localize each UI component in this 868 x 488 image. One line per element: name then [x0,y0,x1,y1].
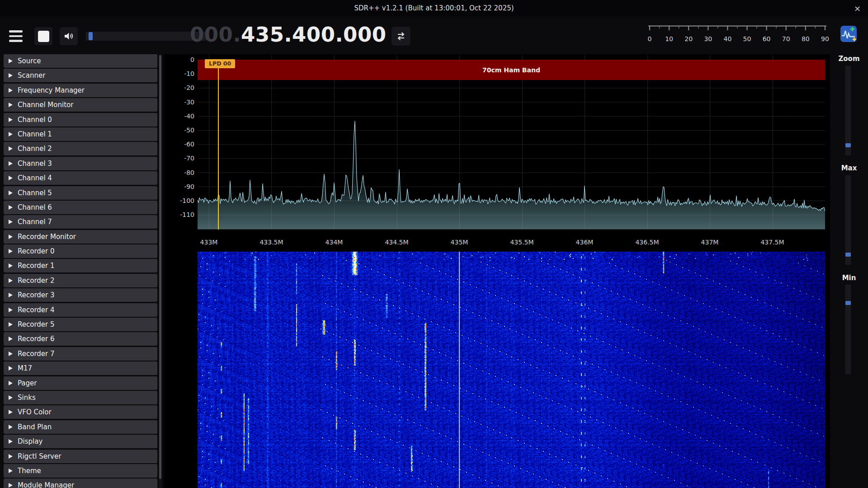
sidebar-item-recorder-monitor[interactable]: Recorder Monitor [4,230,157,244]
stop-icon [38,31,49,42]
sidebar-item-channel-monitor[interactable]: Channel Monitor [4,98,157,112]
sidebar-item-channel-2[interactable]: Channel 2 [4,142,157,155]
snr-scale-label: 90 [818,35,832,42]
vfo-cursor-line[interactable] [218,59,219,230]
freq-tick-label: 436M [564,239,605,246]
carrier-line [459,252,460,488]
sidebar-item-channel-1[interactable]: Channel 1 [4,127,157,141]
sidebar-item-recorder-2[interactable]: Recorder 2 [4,274,157,287]
collapse-arrow-icon [9,425,13,429]
collapse-arrow-icon [9,146,13,151]
collapse-arrow-icon [9,410,13,414]
zoom-label: Zoom [830,55,868,63]
min-slider-handle[interactable] [845,301,851,305]
frequency-main-digits: 435.400.000 [241,23,387,47]
tuning-mode-button[interactable] [392,27,410,46]
collapse-arrow-icon [9,352,13,356]
fft-spectrum-canvas[interactable] [198,55,825,230]
sidebar-item-recorder-0[interactable]: Recorder 0 [4,244,157,258]
sidebar-item-channel-0[interactable]: Channel 0 [4,113,157,127]
sidebar-item-display[interactable]: Display [4,435,157,448]
collapse-arrow-icon [9,263,13,268]
snr-scale-label: 60 [760,35,774,42]
sidebar-item-recorder-4[interactable]: Recorder 4 [4,303,157,317]
sidebar-item-channel-6[interactable]: Channel 6 [4,201,157,214]
db-tick-label: -50 [164,127,194,134]
collapse-arrow-icon [9,381,13,385]
sidebar-item-recorder-3[interactable]: Recorder 3 [4,288,157,302]
titlebar: SDR++ v1.2.1 (Built at 13:00:01, Oct 22 … [0,0,868,16]
collapse-arrow-icon [9,161,13,166]
snr-scale-label: 80 [799,35,812,42]
sidebar-scrollbar[interactable] [159,54,161,488]
band-plan-label: 70cm Ham Band [482,66,540,74]
collapse-arrow-icon [9,308,13,312]
collapse-arrow-icon [9,59,13,63]
vfo-badge[interactable]: LPD 00 [205,59,235,68]
sidebar-item-m17[interactable]: M17 [4,361,157,375]
sidebar-item-recorder-7[interactable]: Recorder 7 [4,347,157,361]
volume-mute-button[interactable] [60,27,78,45]
menu-toggle-button[interactable] [6,26,26,46]
sidebar-item-sinks[interactable]: Sinks [4,391,157,404]
max-slider-handle[interactable] [845,253,851,257]
snr-scale-label: 40 [721,35,734,42]
sidebar-item-module-manager[interactable]: Module Manager [4,479,157,488]
freq-tick-label: 437M [689,239,730,246]
collapse-arrow-icon [9,103,13,107]
collapse-arrow-icon [9,132,13,136]
db-tick-label: -110 [164,211,194,218]
max-label: Max [830,164,868,172]
sidebar-item-band-plan[interactable]: Band Plan [4,420,157,434]
snr-scale-label: 0 [643,35,656,42]
db-tick-label: 0 [164,56,194,63]
sidebar-item-recorder-5[interactable]: Recorder 5 [4,318,157,331]
sidebar-item-channel-4[interactable]: Channel 4 [4,171,157,185]
stop-button[interactable] [34,27,52,45]
zoom-slider-handle[interactable] [845,143,851,147]
snr-scale-label: 30 [701,35,715,42]
collapse-arrow-icon [9,278,13,283]
collapse-arrow-icon [9,88,13,93]
db-tick-label: -70 [164,155,194,162]
freq-tick-label: 433M [189,239,229,246]
collapse-arrow-icon [9,395,13,400]
waterfall-canvas[interactable] [198,252,825,488]
collapse-arrow-icon [9,249,13,253]
sidebar-scrollbar-thumb[interactable] [159,55,161,479]
collapse-arrow-icon [9,366,13,371]
db-tick-label: -30 [164,99,194,106]
sidebar-item-channel-7[interactable]: Channel 7 [4,215,157,229]
sidebar-item-vfo-color[interactable]: VFO Color [4,405,157,419]
sidebar-item-scanner[interactable]: Scanner [4,69,157,82]
frequency-display[interactable]: 000.435.400.000 [190,23,384,47]
collapse-arrow-icon [9,337,13,341]
snr-scale-label: 50 [741,35,754,42]
sidebar-item-recorder-1[interactable]: Recorder 1 [4,259,157,272]
db-tick-label: -80 [164,169,194,176]
sidebar-item-source[interactable]: Source [4,54,157,68]
db-tick-label: -20 [164,84,194,91]
db-tick-label: -90 [164,183,194,190]
volume-slider-handle[interactable] [89,32,93,40]
sidebar-item-frequency-manager[interactable]: Frequency Manager [4,84,157,97]
collapse-arrow-icon [9,322,13,327]
band-plan-bar: 70cm Ham Band [198,60,825,80]
window-title: SDR++ v1.2.1 (Built at 13:00:01, Oct 22 … [354,4,514,12]
max-slider[interactable] [845,175,851,265]
sidebar-item-channel-5[interactable]: Channel 5 [4,186,157,200]
sidebar-item-pager[interactable]: Pager [4,376,157,390]
zoom-slider[interactable] [845,66,851,156]
close-button[interactable]: × [854,0,861,16]
module-menu: Source Scanner Frequency Manager Channel… [4,54,165,488]
sidebar-item-channel-3[interactable]: Channel 3 [4,157,157,170]
collapse-arrow-icon [9,469,13,473]
speaker-icon [63,31,74,42]
min-slider[interactable] [845,284,851,375]
sidebar-item-recorder-6[interactable]: Recorder 6 [4,332,157,346]
volume-slider[interactable] [86,32,208,41]
sidebar-item-theme[interactable]: Theme [4,464,157,478]
db-tick-label: -40 [164,113,194,120]
sidebar-item-rigctl-server[interactable]: Rigctl Server [4,450,157,463]
db-tick-label: -100 [164,197,194,204]
